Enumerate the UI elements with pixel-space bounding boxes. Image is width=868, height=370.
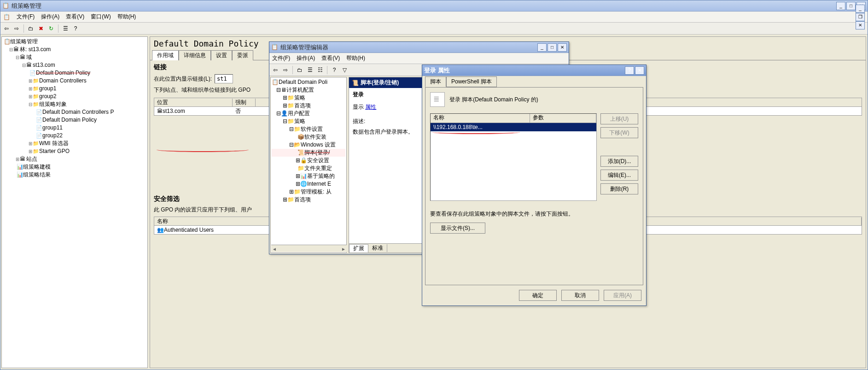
logon-properties-dialog: 登录 属性 ? ✕ 脚本 PowerShell 脚本 登录 脚本(Default…	[422, 65, 647, 306]
tab-delegation[interactable]: 委派	[232, 50, 253, 60]
gpme-maximize-button[interactable]: □	[548, 43, 557, 52]
gpme-comp-pref[interactable]: 首选项	[294, 102, 311, 109]
menu-help[interactable]: 帮助(H)	[117, 13, 136, 21]
gpme-comp-cfg[interactable]: 计算机配置	[286, 87, 314, 93]
add-button[interactable]: 添加(D)...	[600, 156, 638, 167]
move-down-button[interactable]: 下移(W)	[600, 127, 638, 138]
gpme-detail-button[interactable]: ☷	[316, 66, 324, 74]
gpme-tree[interactable]: 📋Default Domain Poli ⊟🖥计算机配置 ⊞📁策略 ⊞📁首选项 …	[270, 77, 347, 253]
tree-default-domain-policy[interactable]: Default Domain Policy	[36, 70, 90, 76]
tree-gpo-container[interactable]: 组策略对象	[39, 101, 67, 107]
col-script-param[interactable]: 参数	[530, 114, 596, 123]
tree-domains[interactable]: 域	[26, 54, 32, 60]
gpme-admtmpl[interactable]: 管理模板: 从	[301, 188, 332, 195]
script-row-selected[interactable]: \\192.168.0.188\te...	[431, 123, 596, 131]
gpme-back-button[interactable]: ⇦	[271, 66, 280, 74]
tab-extended[interactable]: 扩展	[349, 244, 368, 253]
child-restore-button[interactable]: ❐	[856, 13, 865, 21]
gpme-menu-view[interactable]: 查看(V)	[321, 54, 340, 62]
prop-tab-scripts[interactable]: 脚本	[425, 76, 446, 87]
gpme-soft-install[interactable]: 软件安装	[304, 134, 326, 140]
tree-starter[interactable]: Starter GPO	[39, 148, 70, 154]
move-up-button[interactable]: 上移(U)	[600, 113, 638, 124]
gpme-qos[interactable]: 基于策略的	[307, 173, 335, 179]
remove-button[interactable]: 删除(R)	[600, 183, 638, 194]
prop-heading: 登录 脚本(Default Domain Policy 的)	[449, 96, 538, 104]
tree-gpo-3[interactable]: group22	[42, 132, 63, 139]
mmc-icon: 📋	[3, 14, 10, 20]
gpme-win[interactable]: Windows 设置	[301, 141, 336, 148]
gpme-close-button[interactable]: ✕	[558, 43, 567, 52]
menu-view[interactable]: 查看(V)	[66, 13, 84, 21]
menu-file[interactable]: 文件(F)	[17, 13, 35, 21]
show-properties-link[interactable]: 属性	[365, 104, 376, 110]
gpme-script[interactable]: 脚本(登录/	[304, 149, 330, 156]
menu-window[interactable]: 窗口(W)	[91, 13, 111, 21]
tree-gpo-0[interactable]: Default Domain Controllers P	[42, 109, 114, 115]
up-button[interactable]: 🗀	[27, 24, 35, 33]
tab-standard[interactable]: 标准	[368, 244, 387, 252]
gpme-comp-policy[interactable]: 策略	[294, 94, 305, 101]
tab-settings[interactable]: 设置	[211, 50, 232, 60]
prop-tab-powershell[interactable]: PowerShell 脚本	[446, 76, 497, 87]
properties-button[interactable]: ☰	[61, 24, 70, 33]
gpme-up-button[interactable]: 🗀	[296, 66, 304, 74]
scope-tree[interactable]: 📋组策略管理 ⊟🏛林: st13.com ⊟🏛域 ⊟🏛st13.com Defa…	[2, 37, 147, 179]
tree-results[interactable]: 组策略结果	[23, 171, 51, 178]
tree-domain-controllers[interactable]: Domain Controllers	[39, 77, 87, 84]
gpme-root[interactable]: Default Domain Poli	[279, 79, 327, 85]
tree-forest[interactable]: 林: st13.com	[20, 46, 51, 53]
gpme-titlebar: 📋 组策略管理编辑器 _ □ ✕	[269, 42, 569, 53]
tree-sites[interactable]: 站点	[26, 156, 37, 162]
tab-details[interactable]: 详细信息	[179, 50, 211, 60]
help-button[interactable]: ?	[71, 24, 80, 33]
forward-button[interactable]: ⇨	[12, 24, 21, 33]
tree-group2[interactable]: group2	[39, 93, 56, 100]
prop-help-button[interactable]: ?	[625, 66, 634, 75]
ok-button[interactable]: 确定	[519, 290, 557, 301]
gpme-soft[interactable]: 软件设置	[301, 126, 323, 132]
gpme-menu-help[interactable]: 帮助(H)	[346, 54, 365, 62]
menu-action[interactable]: 操作(A)	[41, 13, 59, 21]
gpme-user-cfg[interactable]: 用户配置	[288, 110, 310, 117]
gpme-dedup[interactable]: 文件夹重定	[304, 165, 332, 171]
prop-title: 登录 属性	[424, 66, 450, 75]
child-minimize-button[interactable]: _	[856, 5, 865, 13]
refresh-button[interactable]: ↻	[47, 24, 55, 33]
scripts-listbox[interactable]: 名称 参数 \\192.168.0.188\te...	[430, 113, 597, 201]
tree-gpo-1[interactable]: Default Domain Policy	[42, 117, 97, 123]
tree-group1[interactable]: group1	[39, 85, 56, 92]
cancel-button[interactable]: 取消	[561, 290, 599, 301]
gpme-minimize-button[interactable]: _	[537, 43, 547, 52]
gpme-menu-file[interactable]: 文件(F)	[272, 54, 290, 62]
gpme-menu-action[interactable]: 操作(A)	[297, 54, 315, 62]
gpme-help-button[interactable]: ?	[330, 66, 338, 74]
col-script-name[interactable]: 名称	[431, 114, 530, 123]
edit-button[interactable]: 编辑(E)...	[600, 170, 638, 181]
apply-button[interactable]: 应用(A)	[604, 290, 641, 301]
gpme-user-policy[interactable]: 策略	[294, 118, 305, 124]
tab-scope[interactable]: 作用域	[152, 50, 179, 60]
prop-close-button[interactable]: ✕	[635, 66, 644, 75]
child-close-button[interactable]: ✕	[856, 21, 865, 29]
show-files-button[interactable]: 显示文件(S)...	[430, 223, 485, 234]
col-enforced[interactable]: 强制	[233, 99, 256, 106]
back-button[interactable]: ⇦	[2, 24, 11, 33]
gpme-list-button[interactable]: ☰	[306, 66, 314, 74]
links-location-input[interactable]	[215, 74, 233, 83]
gpme-sec[interactable]: 安全设置	[307, 157, 329, 164]
gpme-forward-button[interactable]: ⇨	[281, 66, 290, 74]
tree-root[interactable]: 组策略管理	[10, 38, 38, 45]
delete-button[interactable]: ✖	[37, 24, 45, 33]
tree-domain[interactable]: st13.com	[33, 62, 55, 68]
gpme-ie[interactable]: Internet E	[307, 181, 331, 187]
minimize-button[interactable]: _	[836, 2, 845, 10]
tree-wmi[interactable]: WMI 筛选器	[39, 140, 69, 147]
gpme-user-pref[interactable]: 首选项	[294, 196, 311, 203]
gpme-tree-scrollbar[interactable]	[271, 245, 347, 252]
gpme-filter-button[interactable]: ▽	[340, 66, 349, 74]
col-location[interactable]: 位置	[154, 99, 233, 106]
maximize-button[interactable]: □	[846, 2, 856, 10]
tree-gpo-2[interactable]: group11	[42, 124, 63, 131]
tree-modeling[interactable]: 组策略建模	[23, 164, 51, 170]
